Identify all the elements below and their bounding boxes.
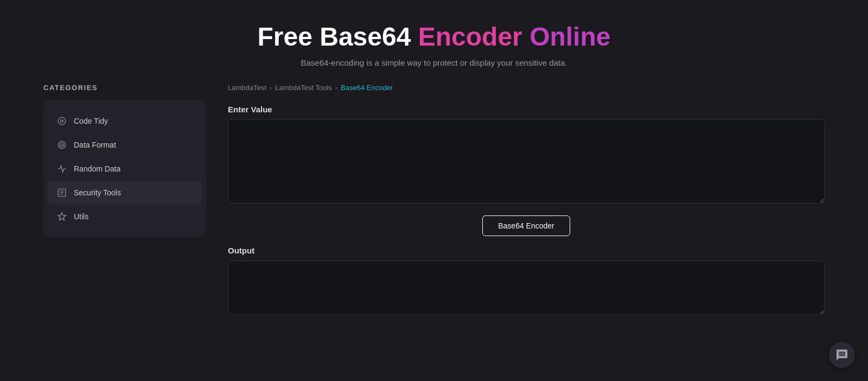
security-tools-icon xyxy=(56,187,67,198)
random-data-icon xyxy=(56,163,67,174)
input-label: Enter Value xyxy=(228,105,825,114)
sidebar-item-label-random-data: Random Data xyxy=(74,164,120,173)
sidebar-item-label-utils: Utils xyxy=(74,212,88,221)
content-area: LambdaTest › LambdaTest Tools › Base64 E… xyxy=(228,84,825,317)
chat-icon xyxy=(835,348,848,361)
page-header: Free Base64 Encoder Online Base64-encodi… xyxy=(0,0,868,84)
sidebar-item-code-tidy[interactable]: Code Tidy xyxy=(48,109,202,133)
svg-point-1 xyxy=(61,120,63,123)
title-encoder: Encoder xyxy=(418,22,522,51)
page-title: Free Base64 Encoder Online xyxy=(11,22,857,52)
breadcrumb-sep-2: › xyxy=(335,84,337,92)
sidebar-item-security-tools[interactable]: Security Tools xyxy=(48,181,202,205)
main-layout: CATEGORIES Code Tidy xyxy=(0,84,868,317)
sidebar-item-label-data-format: Data Format xyxy=(74,141,116,149)
title-online: Online xyxy=(529,22,610,51)
utils-icon xyxy=(56,211,67,222)
breadcrumb-lambdatest[interactable]: LambdaTest xyxy=(228,84,266,92)
sidebar-item-utils[interactable]: Utils xyxy=(48,205,202,228)
categories-label: CATEGORIES xyxy=(43,84,206,92)
sidebar-item-label-code-tidy: Code Tidy xyxy=(74,117,108,125)
breadcrumb: LambdaTest › LambdaTest Tools › Base64 E… xyxy=(228,84,825,92)
svg-point-4 xyxy=(61,144,62,145)
sidebar-item-data-format[interactable]: Data Format xyxy=(48,133,202,157)
chat-bubble-button[interactable] xyxy=(829,342,855,368)
breadcrumb-sep-1: › xyxy=(270,84,272,92)
breadcrumb-current: Base64 Encoder xyxy=(341,84,393,92)
svg-point-0 xyxy=(58,117,66,125)
encode-button-row: Base64 Encoder xyxy=(228,215,825,236)
data-format-icon xyxy=(56,139,67,150)
sidebar-item-label-security-tools: Security Tools xyxy=(74,188,121,197)
svg-marker-6 xyxy=(58,213,66,220)
categories-box: Code Tidy Data Format xyxy=(43,100,206,237)
page-subtitle: Base64-encoding is a simple way to prote… xyxy=(11,58,857,67)
output-label: Output xyxy=(228,246,825,255)
title-space xyxy=(522,22,529,51)
title-text-start: Free Base64 xyxy=(258,22,418,51)
breadcrumb-lambdatest-tools[interactable]: LambdaTest Tools xyxy=(275,84,332,92)
sidebar-item-random-data[interactable]: Random Data xyxy=(48,157,202,181)
code-tidy-icon xyxy=(56,116,67,126)
output-textarea[interactable] xyxy=(228,261,825,315)
encode-button[interactable]: Base64 Encoder xyxy=(482,215,570,236)
sidebar: CATEGORIES Code Tidy xyxy=(43,84,206,237)
input-textarea[interactable] xyxy=(228,119,825,204)
